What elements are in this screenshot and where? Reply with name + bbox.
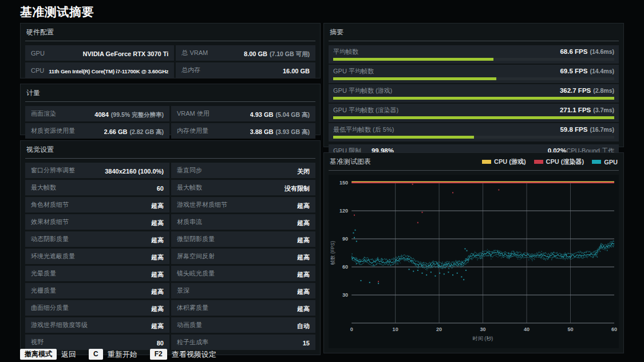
svg-text:40: 40 — [524, 326, 530, 332]
setting-value: 超高 — [297, 237, 310, 243]
setting-value: 超高 — [151, 271, 164, 278]
legend-item: CPU (游戏) — [482, 158, 526, 166]
setting-value: 3840x2160 (100.0%) — [105, 168, 164, 175]
restart-label: 重新开始 — [108, 349, 137, 360]
setting-value: 2.66 GB — [104, 128, 128, 135]
setting-cell: 总 VRAM8.00 GB(7.10 GB 可用) — [176, 45, 315, 61]
setting-label: 材质资源使用量 — [31, 127, 75, 135]
setting-cell: 垂直同步关闭 — [171, 163, 315, 178]
setting-cell: 动态阴影质量超高 — [25, 231, 169, 247]
video-settings-keycap[interactable]: F2 — [150, 349, 167, 360]
setting-value-note: (99.5% 完整分辨率) — [111, 111, 164, 118]
setting-value: 超高 — [297, 202, 310, 209]
setting-value: 16.00 GB — [283, 68, 310, 74]
setting-cell: 景深超高 — [171, 283, 315, 298]
setting-value: 60 — [157, 185, 164, 192]
summary-bar-fill — [333, 116, 614, 119]
setting-value: 80 — [157, 340, 164, 347]
summary-bar-fill — [333, 77, 496, 80]
setting-value: 15 — [303, 340, 310, 347]
setting-cell: CPU11th Gen Intel(R) Core(TM) i7-11700K … — [25, 62, 174, 78]
setting-label: 总 VRAM — [181, 49, 208, 57]
restart-keycap[interactable]: C — [89, 349, 103, 360]
setting-cell: 角色材质细节超高 — [25, 197, 169, 213]
setting-value: 自动 — [297, 322, 310, 329]
summary-row-label: GPU 平均帧数 (渲染器) — [333, 106, 398, 115]
setting-cell: 动画质量自动 — [171, 317, 315, 333]
setting-value: 超高 — [297, 305, 310, 312]
setting-label: 总内存 — [181, 66, 200, 74]
setting-value: 超高 — [297, 254, 310, 261]
setting-cell: GPUNVIDIA GeForce RTX 3070 Ti — [25, 45, 174, 61]
summary-section-title: 摘要 — [330, 27, 343, 37]
setting-cell: 窗口分辨率调整3840x2160 (100.0%) — [25, 163, 169, 178]
setting-label: 角色材质细节 — [31, 200, 69, 209]
summary-panel: 摘要 平均帧数68.6 FPS(14.6ms)GPU 平均帧数69.5 FPS(… — [323, 23, 624, 147]
svg-text:150: 150 — [339, 180, 348, 186]
svg-text:90: 90 — [342, 236, 348, 242]
setting-value: 3.88 GB — [250, 128, 274, 135]
summary-row: GPU 平均帧数69.5 FPS(14.4ms) — [329, 65, 619, 83]
setting-value: 超高 — [151, 237, 164, 243]
svg-text:60: 60 — [611, 326, 617, 332]
setting-cell: 曲面细分质量超高 — [25, 300, 169, 316]
right-column: 摘要 平均帧数68.6 FPS(14.6ms)GPU 平均帧数69.5 FPS(… — [323, 23, 624, 345]
setting-value: 11th Gen Intel(R) Core(TM) i7-11700K @ 3… — [49, 68, 168, 74]
summary-row-value: 68.6 FPS — [560, 48, 587, 55]
setting-label: 视野 — [31, 338, 44, 347]
metrics-panel: 计量 画面渲染4084(99.5% 完整分辨率)VRAM 使用4.93 GB(5… — [20, 84, 321, 135]
back-keycap[interactable]: 撤离模式 — [20, 349, 57, 360]
setting-value: 超高 — [297, 271, 310, 278]
setting-label: 景深 — [177, 286, 189, 295]
svg-text:10: 10 — [393, 326, 398, 332]
setting-label: GPU — [31, 50, 45, 57]
setting-value-note: (7.10 GB 可用) — [270, 50, 310, 57]
setting-label: CPU — [31, 67, 44, 74]
setting-value-note: (2.82 GB 高) — [129, 128, 164, 135]
left-column: 硬件配置 GPUNVIDIA GeForce RTX 3070 Ti总 VRAM… — [20, 23, 321, 345]
x-axis-title: 时间 (秒) — [473, 336, 493, 341]
visual-settings-panel: 视觉设置 窗口分辨率调整3840x2160 (100.0%)垂直同步关闭最大帧数… — [20, 140, 321, 355]
setting-value: 超高 — [297, 288, 310, 295]
legend-label: CPU (游戏) — [494, 158, 526, 166]
summary-row-frametime: (3.7ms) — [593, 107, 614, 113]
setting-label: 光晕质量 — [31, 269, 56, 278]
setting-cell: VRAM 使用4.93 GB(5.04 GB 高) — [171, 106, 315, 121]
summary-row-value: 69.5 FPS — [560, 68, 587, 74]
setting-value: 超高 — [151, 254, 164, 261]
setting-cell: 最大帧数没有限制 — [171, 180, 315, 195]
y-axis-title: 帧数 (FPS) — [330, 241, 335, 265]
setting-label: 曲面细分质量 — [31, 304, 69, 312]
setting-label: 内存使用量 — [177, 127, 208, 135]
summary-bar-track — [333, 116, 614, 119]
summary-bar-fill — [333, 97, 614, 100]
metrics-section-title: 计量 — [26, 88, 40, 98]
setting-value: 4084 — [94, 111, 108, 118]
setting-value: 8.00 GB — [244, 50, 267, 57]
setting-cell: 材质资源使用量2.66 GB(2.82 GB 高) — [25, 123, 169, 139]
summary-bar-fill — [333, 58, 493, 61]
svg-text:30: 30 — [342, 292, 348, 298]
summary-row-frametime: (16.7ms) — [590, 126, 614, 133]
summary-row: GPU 平均帧数 (渲染器)271.1 FPS(3.7ms) — [329, 104, 619, 122]
svg-text:60: 60 — [342, 264, 348, 270]
setting-label: 最大帧数 — [177, 183, 202, 192]
video-settings-hotkey[interactable]: F2 查看视频设定 — [150, 349, 216, 360]
setting-label: 微型阴影质量 — [177, 235, 215, 243]
summary-row-label: 平均帧数 — [333, 48, 358, 56]
legend-swatch — [534, 160, 543, 164]
chart-section-title: 基准测试图表 — [330, 157, 371, 167]
restart-hotkey[interactable]: C 重新开始 — [89, 349, 137, 360]
metrics-cells: 画面渲染4084(99.5% 完整分辨率)VRAM 使用4.93 GB(5.04… — [25, 106, 315, 139]
setting-label: 材质串流 — [177, 218, 202, 226]
summary-bar-track — [333, 58, 614, 61]
svg-text:120: 120 — [339, 208, 348, 214]
back-hotkey[interactable]: 撤离模式 返回 — [20, 349, 76, 360]
summary-rows: 平均帧数68.6 FPS(14.6ms)GPU 平均帧数69.5 FPS(14.… — [329, 45, 619, 141]
setting-label: 屏幕空间反射 — [177, 252, 215, 261]
benchmark-chart: 3060901201500102030405060时间 (秒)帧数 (FPS) — [329, 175, 619, 348]
hardware-config-panel: 硬件配置 GPUNVIDIA GeForce RTX 3070 Ti总 VRAM… — [20, 23, 321, 78]
visual-section-title: 视觉设置 — [26, 145, 54, 155]
svg-text:0: 0 — [350, 326, 353, 332]
setting-value: 没有限制 — [285, 185, 310, 192]
